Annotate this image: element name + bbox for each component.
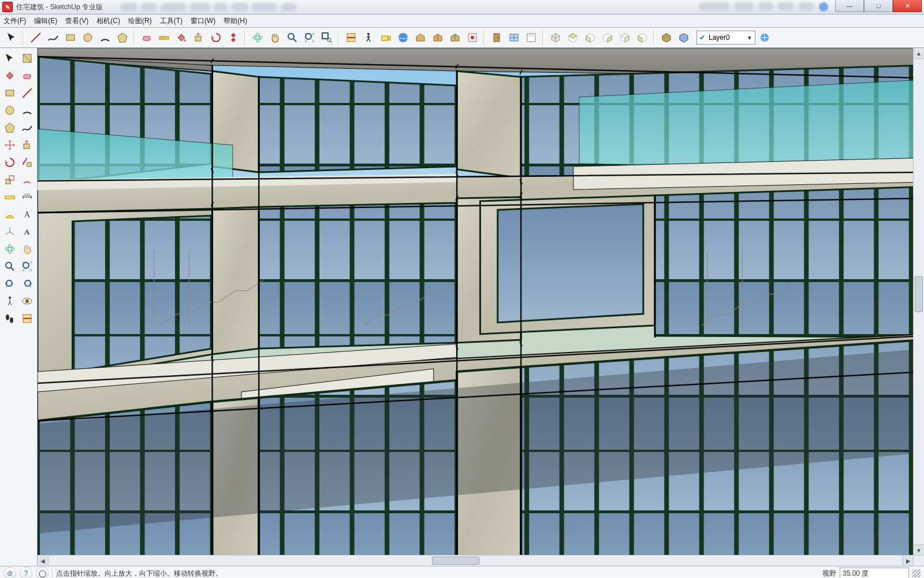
scroll-down-icon[interactable]: ▼	[914, 544, 924, 555]
chevron-down-icon[interactable]: ▼	[747, 35, 752, 41]
zoom-tool[interactable]	[2, 258, 18, 275]
view-iso-icon[interactable]	[547, 29, 564, 46]
door-icon[interactable]	[489, 29, 505, 46]
menu-draw[interactable]: 绘图(R)	[128, 16, 152, 26]
select-tool[interactable]	[2, 50, 18, 66]
orbit-tool[interactable]	[2, 241, 18, 257]
arc-tool[interactable]	[19, 102, 35, 118]
view-right-icon[interactable]	[599, 29, 616, 46]
position-camera-tool[interactable]	[2, 293, 18, 309]
freehand-tool[interactable]	[45, 29, 61, 46]
circle-tool[interactable]	[80, 29, 96, 46]
menu-edit[interactable]: 编辑(E)	[34, 16, 57, 26]
status-help-icon[interactable]: ?	[20, 567, 32, 578]
polygon-tool[interactable]	[2, 120, 18, 136]
freehand-tool[interactable]	[19, 120, 35, 136]
scroll-right-icon[interactable]: ▶	[903, 555, 914, 566]
menu-tools[interactable]: 工具(T)	[160, 16, 182, 26]
look-around-tool[interactable]	[19, 293, 35, 309]
previous-view-tool[interactable]	[2, 276, 18, 292]
push-pull-tool[interactable]	[191, 29, 207, 46]
menu-bar: 文件(F) 编辑(E) 查看(V) 相机(C) 绘图(R) 工具(T) 窗口(W…	[0, 14, 924, 28]
walk-tool[interactable]	[360, 29, 377, 46]
menu-help[interactable]: 帮助(H)	[223, 16, 247, 26]
zoom-extents-tool[interactable]	[301, 29, 318, 46]
scroll-up-icon[interactable]: ▲	[914, 48, 924, 59]
dimension-tool[interactable]: 123	[19, 189, 35, 205]
viewport-hscrollbar[interactable]: ◀ ▶	[38, 555, 914, 566]
paint-bucket-tool[interactable]	[173, 29, 189, 46]
warehouse-upload-tool[interactable]	[447, 29, 463, 46]
viewport-vscrollbar[interactable]: ▲ ▼	[913, 48, 924, 555]
push-pull-tool[interactable]	[19, 137, 35, 153]
rectangle-tool[interactable]	[2, 85, 18, 101]
section-plane-tool[interactable]	[19, 310, 35, 327]
position-camera-tool[interactable]	[378, 29, 394, 46]
3d-text-tool[interactable]: AA	[19, 224, 35, 240]
layer-current-input[interactable]	[707, 33, 744, 42]
circle-tool[interactable]	[2, 102, 18, 118]
measurement-box[interactable]: 35.00 度	[840, 568, 909, 578]
status-info-icon[interactable]: ⊘	[3, 567, 16, 578]
menu-view[interactable]: 查看(V)	[65, 16, 88, 26]
view-front-icon[interactable]	[582, 29, 598, 46]
resize-grip-icon[interactable]	[912, 569, 921, 577]
view-top-icon[interactable]	[565, 29, 581, 46]
zoom-tool[interactable]	[284, 29, 300, 46]
window-icon[interactable]	[506, 29, 522, 46]
rectangle-tool[interactable]	[62, 29, 79, 46]
curic-tool[interactable]	[225, 29, 241, 46]
section-tool[interactable]	[343, 29, 359, 46]
pan-tool[interactable]	[19, 241, 35, 257]
extension-tool[interactable]	[464, 29, 480, 46]
minimize-button[interactable]: —	[835, 0, 864, 12]
model-viewport[interactable]: ▲ ▼ ◀ ▶	[38, 48, 924, 566]
style-shaded-icon[interactable]	[658, 29, 675, 46]
scale-tool[interactable]	[2, 172, 18, 188]
menu-window[interactable]: 窗口(W)	[191, 16, 215, 26]
line-tool[interactable]	[28, 29, 44, 46]
svg-point-40	[8, 244, 12, 254]
view-back-icon[interactable]	[617, 29, 633, 46]
3d-warehouse-tool[interactable]	[412, 29, 429, 46]
orbit-tool[interactable]	[249, 29, 266, 46]
tape-measure-tool[interactable]	[2, 189, 18, 205]
status-user-icon[interactable]: ◯	[36, 567, 49, 578]
menu-file[interactable]: 文件(F)	[3, 16, 26, 26]
select-tool[interactable]	[3, 29, 20, 46]
axes-tool[interactable]	[2, 224, 18, 240]
arc-tool[interactable]	[97, 29, 113, 46]
paint-bucket-tool[interactable]	[2, 68, 18, 84]
scroll-left-icon[interactable]: ◀	[38, 555, 49, 566]
pan-tool[interactable]	[267, 29, 283, 46]
text-tool[interactable]: A	[19, 206, 35, 223]
polygon-tool[interactable]	[114, 29, 131, 46]
next-view-tool[interactable]	[19, 276, 35, 292]
zoom-window-tool[interactable]	[319, 29, 335, 46]
offset-tool[interactable]	[19, 172, 35, 188]
view-left-icon[interactable]	[634, 29, 650, 46]
maximize-button[interactable]: □	[864, 0, 893, 12]
rotate-tool[interactable]	[2, 154, 18, 171]
menu-camera[interactable]: 相机(C)	[96, 16, 120, 26]
tape-measure-tool[interactable]	[156, 29, 172, 46]
make-component-tool[interactable]	[19, 50, 35, 66]
share-tool[interactable]	[430, 29, 446, 46]
close-button[interactable]: ✕	[893, 0, 922, 12]
style-textured-icon[interactable]	[676, 29, 692, 46]
line-tool[interactable]	[19, 85, 35, 101]
follow-me-tool[interactable]	[19, 154, 35, 171]
protractor-tool[interactable]	[2, 206, 18, 223]
layer-manager-icon[interactable]	[757, 29, 773, 46]
eraser-tool[interactable]	[139, 29, 155, 46]
layer-selector[interactable]: ✔ ▼	[696, 31, 755, 45]
panel-icon[interactable]	[523, 29, 539, 46]
hscroll-thumb[interactable]	[432, 557, 479, 565]
vscroll-thumb[interactable]	[915, 276, 923, 312]
walk-tool[interactable]	[2, 310, 18, 327]
eraser-tool[interactable]	[19, 68, 35, 84]
google-earth-tool[interactable]	[395, 29, 411, 46]
rotate-tool[interactable]	[208, 29, 224, 46]
move-tool[interactable]	[2, 137, 18, 153]
zoom-extents-tool[interactable]	[19, 258, 35, 275]
